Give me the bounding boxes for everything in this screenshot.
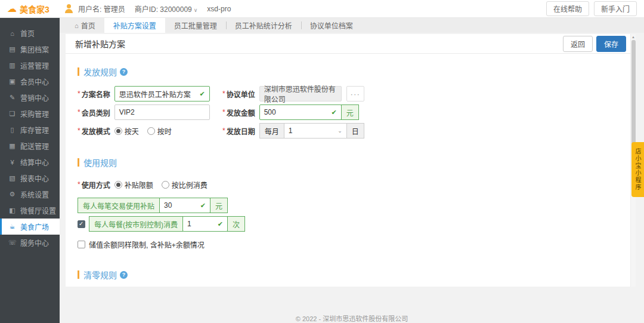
issue-mode-by-hour-label[interactable]: 按时 [157,126,172,136]
per-trade-subsidy-input[interactable]: 30✔ [159,198,210,213]
agreement-unit-more-button[interactable]: ··· [346,86,364,101]
tab-bar: ⌂首页 补贴方案设置 员工批量管理 员工补贴统计分析 协议单位档案 [60,18,644,33]
group-archive-icon: ▤ [8,45,16,53]
home-icon: ⌂ [8,30,16,37]
valid-check-icon: ✔ [218,220,223,228]
delivery-truck-icon: ▦ [8,142,16,150]
plan-name-input[interactable]: 思迅软件员工补贴方案✔ [114,86,210,101]
section-bar [78,158,79,167]
sidebar-item-purchase[interactable]: ❏采购管理 [0,106,60,122]
member-type-label: *会员类别 [78,107,110,118]
user-avatar-icon [64,4,73,13]
help-icon[interactable]: ? [120,271,128,279]
issue-mode-by-hour-radio[interactable] [147,127,155,135]
issue-mode-label: *发放模式 [78,126,110,136]
service-phone-icon: ☏ [8,239,16,247]
merchant-id[interactable]: 商户ID: 32000009∨ [135,4,198,14]
agreement-unit-input: 深圳市思迅软件股份有限公司 [259,86,342,101]
sidebar-item-micro-restaurant[interactable]: ◧微餐厅设置 [0,202,60,219]
username-label: 用户名: 管理员 [78,4,125,14]
valid-check-icon: ✔ [200,202,206,210]
chevron-down-icon: ∨ [194,7,198,13]
issue-amount-input[interactable]: 500✔ [259,104,342,120]
online-help-button[interactable]: 在线帮助 [546,1,589,16]
sidebar: ⌂首页 ▤集团档案 ▥运营管理 ▣会员中心 ✎营销中心 ❏采购管理 ▯库存管理 … [0,18,60,323]
per-meal-checkbox[interactable] [78,220,85,228]
marketing-pencil-icon: ✎ [8,94,16,101]
issue-date-label: *发放日期 [222,126,255,136]
app-logo-text: 美食家3 [20,3,49,15]
home-icon: ⌂ [75,22,79,29]
valid-check-icon: ✔ [199,90,205,98]
per-meal-label: 每人每餐(按市别控制)消费 [89,216,183,232]
per-trade-subsidy-label: 每人每笔交易使用补贴 [78,198,160,213]
food-plaza-dish-icon: ☕ [8,223,16,230]
issue-amount-label: *发放金额 [222,107,255,118]
sidebar-item-operations[interactable]: ▥运营管理 [0,57,60,73]
tab-employee-subsidy-analysis[interactable]: 员工补贴统计分析 [226,18,301,33]
gear-icon: ⚙ [8,190,16,198]
issue-date-select[interactable]: 1⌄ [284,123,347,139]
sidebar-item-settlement[interactable]: ¥结算中心 [0,154,60,170]
sidebar-item-marketing[interactable]: ✎营销中心 [0,90,60,106]
issue-date-prefix: 每月 [259,123,284,139]
purchase-book-icon: ❏ [8,110,16,118]
agreement-unit-label: *协议单位 [222,89,255,99]
issue-date-suffix: 日 [346,123,364,139]
back-button[interactable]: 返回 [563,36,593,52]
save-button[interactable]: 保存 [596,36,626,52]
sidebar-item-service-center[interactable]: ☏服务中心 [0,235,60,251]
sidebar-item-inventory[interactable]: ▯库存管理 [0,122,60,138]
sidebar-item-system-settings[interactable]: ⚙系统设置 [0,186,60,202]
balance-limit-label[interactable]: 储值余额同样限制, 含补贴+余额情况 [89,239,205,250]
sidebar-item-home[interactable]: ⌂首页 [0,25,60,41]
sidebar-item-report-center[interactable]: ▧报表中心 [0,170,60,186]
section-bar [78,270,79,279]
tab-subsidy-plan-settings[interactable]: 补贴方案设置 [104,18,165,33]
sidebar-item-food-plaza[interactable]: ☕美食广场 [0,219,60,235]
content-panel: 新增补贴方案 返回 保存 发放规则 ? *方案名称 思迅软件员工补贴方案✔ [66,34,636,287]
store-code: xsd-pro [207,5,231,13]
mini-program-float-tab[interactable]: 店小宝小程序 [631,142,644,197]
usage-mode-ratio-radio[interactable] [162,181,169,189]
page-title: 新增补贴方案 [75,38,125,50]
tab-employee-batch-management[interactable]: 员工批量管理 [165,18,226,33]
balance-limit-checkbox[interactable] [78,241,85,248]
per-meal-input[interactable]: 1✔ [182,216,228,232]
scroll-up-arrow-icon[interactable]: ▲ [631,35,636,39]
operations-chart-icon: ▥ [8,61,16,69]
usage-mode-label: *使用方式 [78,180,110,190]
section-clear-rules: 清零规则 ? [78,269,636,281]
chevron-down-icon: ⌄ [338,128,342,134]
section-usage-rules: 使用规则 [78,156,636,168]
issue-mode-by-day-label[interactable]: 按天 [125,126,139,136]
micro-restaurant-icon: ◧ [8,207,16,214]
usage-mode-ratio-label[interactable]: 按比例消费 [172,180,208,190]
valid-check-icon: ✔ [331,109,336,116]
plan-name-label: *方案名称 [78,89,110,99]
sidebar-item-delivery[interactable]: ▦配送管理 [0,138,60,154]
per-meal-unit: 次 [227,216,245,232]
issue-mode-by-day-radio[interactable] [114,127,122,135]
sidebar-item-group-archive[interactable]: ▤集团档案 [0,41,60,57]
member-type-input[interactable]: VIP2 [114,104,210,120]
settlement-yen-icon: ¥ [8,159,16,166]
tab-home[interactable]: ⌂首页 [66,18,104,33]
usage-mode-quota-radio[interactable] [114,181,122,189]
beginner-guide-button[interactable]: 新手入门 [594,1,637,16]
tab-agreement-unit-archive[interactable]: 协议单位档案 [301,18,362,33]
inventory-box-icon: ▯ [8,126,16,134]
member-card-icon: ▣ [8,78,16,85]
usage-mode-quota-label[interactable]: 补贴限额 [125,180,153,190]
per-trade-subsidy-unit: 元 [210,198,228,213]
top-bar: ☁ 美食家3 用户名: 管理员 商户ID: 32000009∨ xsd-pro … [0,0,644,18]
app-logo: ☁ 美食家3 [7,3,64,15]
sidebar-item-member-center[interactable]: ▣会员中心 [0,73,60,90]
report-file-icon: ▧ [8,174,16,182]
cloud-logo-icon: ☁ [7,4,17,14]
footer-copyright: © 2022 - 深圳市思迅软件股份有限公司 [60,313,644,323]
section-bar [78,67,79,76]
help-icon[interactable]: ? [120,68,128,76]
issue-amount-unit: 元 [341,104,359,120]
section-issue-rules: 发放规则 ? [78,66,636,78]
